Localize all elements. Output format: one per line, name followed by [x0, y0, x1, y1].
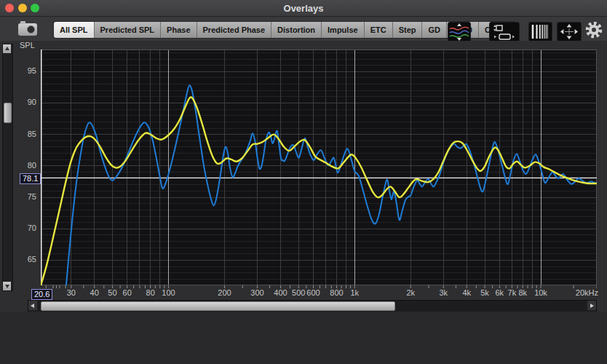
tab-predicted-phase[interactable]: Predicted Phase	[197, 22, 272, 38]
cursor-frequency-readout: 20.6	[31, 289, 52, 300]
x-tick-label: 400	[274, 288, 287, 297]
spl-plot[interactable]	[41, 50, 597, 285]
x-tick-label: 4k	[462, 288, 471, 297]
tab-distortion[interactable]: Distortion	[271, 22, 322, 38]
y-axis-title: SPL	[20, 41, 35, 50]
tab-all-spl[interactable]: All SPL	[54, 22, 95, 38]
y-tick-label: 90	[13, 98, 36, 106]
horizontal-scrollbar[interactable]	[28, 300, 597, 312]
x-tick-label: 800	[330, 288, 343, 297]
tab-etc[interactable]: ETC	[365, 22, 393, 38]
x-tick-label: 60	[123, 288, 132, 297]
x-tick-label: 100	[162, 288, 175, 297]
title-bar: Overlays	[0, 0, 607, 17]
x-tick-label: 40	[90, 288, 99, 297]
tab-phase[interactable]: Phase	[161, 22, 197, 38]
tab-predicted-spl[interactable]: Predicted SPL	[95, 22, 162, 38]
x-tick-label: 1k	[350, 288, 359, 297]
x-tick-label: 3k	[439, 288, 448, 297]
toolbar: All SPLPredicted SPLPhasePredicted Phase…	[0, 17, 607, 41]
overlays-window: Overlays All SPLPredicted SPLPhasePredic…	[0, 0, 607, 364]
vertical-scrollbar-thumb[interactable]	[4, 103, 12, 123]
graph-tabs: All SPLPredicted SPLPhasePredicted Phase…	[53, 21, 516, 39]
camera-icon[interactable]	[18, 23, 37, 36]
x-tick-label: 20kHz	[576, 288, 598, 297]
gridlines	[41, 50, 597, 285]
vertical-scrollbar[interactable]	[2, 44, 13, 291]
scroll-up-button[interactable]	[3, 44, 11, 53]
cursor-crosshair	[41, 50, 597, 285]
tab-impulse[interactable]: Impulse	[322, 22, 365, 38]
scroll-down-button[interactable]	[3, 282, 11, 290]
y-tick-label: 70	[13, 223, 36, 232]
x-tick-label: 80	[146, 288, 155, 297]
x-tick-label: 500	[292, 288, 305, 297]
pan-zoom-icon[interactable]	[557, 22, 582, 41]
x-tick-label: 30	[67, 288, 76, 297]
y-tick-label: 95	[13, 66, 36, 75]
x-tick-label: 300	[250, 288, 263, 297]
scroll-left-button[interactable]	[28, 301, 37, 310]
horizontal-scrollbar-thumb[interactable]	[41, 301, 395, 311]
x-tick-label: 10k	[534, 288, 547, 297]
cursor-spl-readout: 78.1	[20, 173, 41, 184]
tab-gd[interactable]: GD	[422, 22, 447, 38]
frequency-bands-icon[interactable]	[528, 22, 552, 41]
x-tick-label: 8k	[518, 288, 527, 297]
x-tick-label: 5k	[480, 288, 489, 297]
y-tick-label: 65	[13, 255, 36, 264]
y-tick-label: 85	[13, 130, 36, 138]
tab-step[interactable]: Step	[393, 22, 423, 38]
legend-strip: 1: Desk down Jun 18dB2: 84dBc o. Sub Des…	[0, 312, 607, 364]
y-tick-label: 80	[13, 161, 36, 170]
overlays-traces-icon[interactable]	[448, 22, 471, 42]
graph-limits-icon[interactable]	[489, 22, 520, 42]
window-title: Overlays	[0, 3, 607, 14]
scroll-right-button[interactable]	[587, 301, 596, 310]
y-tick-label: 75	[13, 192, 36, 201]
x-tick-label: 50	[108, 288, 116, 297]
x-tick-label: 600	[306, 288, 320, 297]
x-tick-label: 6k	[495, 288, 504, 297]
x-tick-label: 7k	[508, 288, 517, 297]
settings-gear-icon[interactable]	[584, 20, 604, 40]
x-tick-label: 2k	[406, 288, 415, 297]
x-tick-label: 200	[218, 288, 231, 297]
